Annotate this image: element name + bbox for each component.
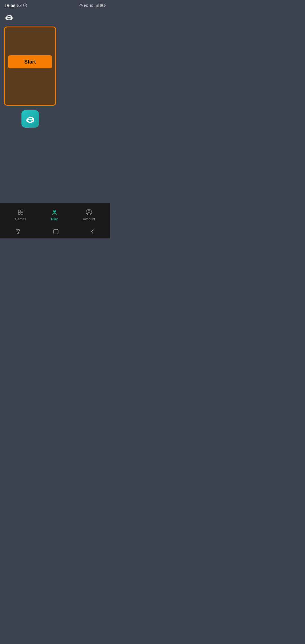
gallery-icon <box>17 3 21 8</box>
games-icon <box>17 208 25 216</box>
start-button[interactable]: Start <box>8 55 52 68</box>
app-header <box>0 10 110 24</box>
play-icon <box>51 208 58 216</box>
svg-point-26 <box>29 118 30 119</box>
main-content: Start coc <box>0 24 110 203</box>
svg-point-30 <box>29 120 31 122</box>
svg-rect-8 <box>97 5 98 7</box>
svg-point-27 <box>30 118 32 119</box>
back-button[interactable] <box>90 229 94 234</box>
clock-icon <box>23 3 27 8</box>
svg-rect-42 <box>54 229 58 234</box>
svg-line-4 <box>80 4 81 5</box>
svg-point-21 <box>8 18 10 19</box>
svg-point-29 <box>31 120 33 121</box>
nav-item-games[interactable]: Games <box>9 206 32 223</box>
battery-icon <box>100 4 106 8</box>
svg-rect-33 <box>18 212 20 214</box>
home-button[interactable] <box>53 229 58 234</box>
alarm-icon <box>79 3 83 8</box>
svg-rect-40 <box>18 230 19 231</box>
network-badge: 4G <box>90 4 93 7</box>
app-logo <box>4 12 14 22</box>
status-time: 15:08 <box>5 3 15 8</box>
svg-point-28 <box>28 120 29 121</box>
status-bar: 15:08 HD 4G <box>0 0 110 10</box>
svg-rect-11 <box>105 5 106 6</box>
app-icon-badge <box>21 110 39 128</box>
game-card-wrapper: Start coc <box>4 27 56 120</box>
svg-rect-12 <box>101 5 103 6</box>
bottom-nav: Games Play Account <box>0 203 110 226</box>
svg-rect-34 <box>21 212 23 214</box>
nav-item-account[interactable]: Account <box>77 206 101 223</box>
account-icon <box>85 208 93 216</box>
svg-point-20 <box>10 18 11 19</box>
svg-point-38 <box>88 211 90 213</box>
account-label: Account <box>83 217 95 221</box>
nav-item-play[interactable]: Play <box>45 206 64 223</box>
svg-rect-7 <box>96 5 97 7</box>
play-label: Play <box>51 217 58 221</box>
game-card: Start <box>4 27 56 106</box>
svg-rect-31 <box>18 210 20 212</box>
status-right: HD 4G <box>79 3 106 8</box>
svg-point-36 <box>54 211 55 212</box>
svg-point-17 <box>8 16 9 18</box>
svg-rect-39 <box>16 230 18 231</box>
svg-rect-9 <box>98 4 99 7</box>
svg-line-5 <box>82 4 82 5</box>
svg-point-1 <box>18 5 19 5</box>
status-left: 15:08 <box>5 3 27 8</box>
recents-button[interactable] <box>16 229 21 234</box>
signal-icon <box>94 4 99 8</box>
svg-rect-32 <box>21 210 23 212</box>
hd-badge: HD <box>84 4 88 7</box>
games-label: Games <box>15 217 26 221</box>
svg-point-19 <box>7 18 8 19</box>
system-nav-bar <box>0 226 110 238</box>
svg-rect-6 <box>95 6 95 7</box>
svg-point-18 <box>9 16 11 18</box>
svg-rect-41 <box>17 232 19 233</box>
